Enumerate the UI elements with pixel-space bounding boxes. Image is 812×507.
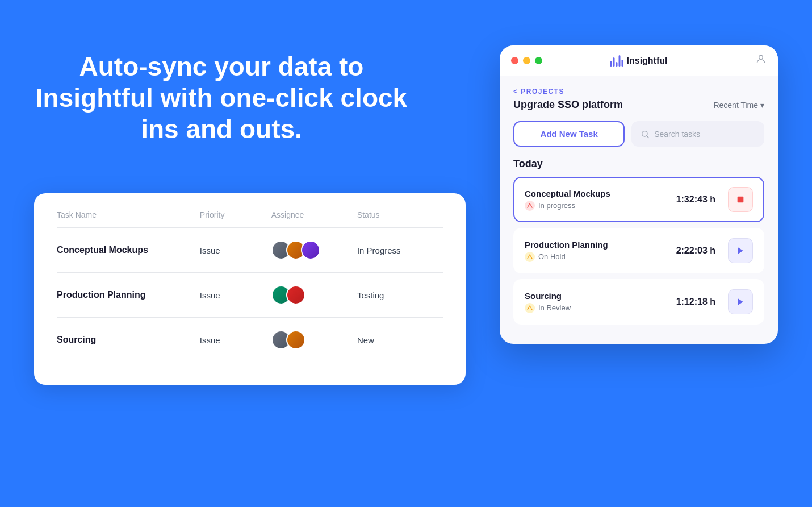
back-to-projects[interactable]: < PROJECTS: [513, 88, 764, 95]
search-placeholder: Search tasks: [654, 130, 700, 139]
chevron-down-icon: ▾: [760, 101, 764, 110]
stop-button[interactable]: [728, 187, 753, 212]
task-info: Sourcing In Review: [525, 291, 669, 313]
avatar: [286, 285, 305, 305]
assignee-avatars: [271, 240, 357, 260]
user-icon[interactable]: [755, 53, 767, 68]
action-bar: Add New Task Search tasks: [513, 121, 764, 147]
status-icon: [525, 303, 535, 313]
task-card-name: Conceptual Mockups: [525, 189, 669, 198]
task-info: Production Planning On Hold: [525, 240, 669, 262]
avatar: [286, 330, 305, 350]
today-label: Today: [513, 158, 764, 170]
table-row: Conceptual Mockups Issue In Progress: [57, 228, 443, 273]
task-name: Sourcing: [57, 335, 200, 345]
task-card-name: Production Planning: [525, 240, 669, 250]
window-titlebar: Insightful: [500, 45, 778, 76]
priority-badge: Issue: [200, 290, 271, 300]
play-button[interactable]: [728, 238, 753, 263]
svg-point-1: [642, 131, 647, 136]
close-button[interactable]: [511, 57, 518, 64]
app-title: Insightful: [627, 56, 668, 66]
search-icon: [641, 130, 650, 139]
time-filter[interactable]: Recent Time ▾: [713, 101, 764, 110]
status-label: In progress: [538, 201, 575, 210]
svg-marker-5: [738, 298, 743, 305]
task-name: Conceptual Mockups: [57, 245, 200, 255]
search-box[interactable]: Search tasks: [631, 121, 764, 147]
project-header: Upgrade SSO platform Recent Time ▾: [513, 99, 764, 111]
status-text: Testing: [357, 290, 443, 300]
task-card[interactable]: Sourcing In Review 1:12:18 h: [513, 279, 764, 325]
task-status-row: On Hold: [525, 252, 669, 262]
add-task-button[interactable]: Add New Task: [513, 121, 625, 147]
table-header: Task Name Priority Assignee Status: [57, 210, 443, 228]
logo-icon: [610, 55, 623, 67]
project-title: Upgrade SSO platform: [513, 99, 623, 111]
task-status-row: In Review: [525, 303, 669, 313]
task-time: 2:22:03 h: [676, 246, 715, 256]
status-text: New: [357, 335, 443, 345]
col-assignee: Assignee: [271, 210, 357, 219]
assignee-avatars: [271, 285, 357, 305]
priority-badge: Issue: [200, 335, 271, 345]
app-window: Insightful < PROJECTS Upgrade SSO platfo…: [500, 45, 778, 344]
app-logo: Insightful: [610, 55, 668, 67]
status-label: On Hold: [538, 252, 566, 261]
col-status: Status: [357, 210, 443, 219]
task-status-row: In progress: [525, 201, 669, 211]
status-icon: [525, 201, 535, 211]
table-row: Production Planning Issue Testing: [57, 273, 443, 318]
play-button[interactable]: [728, 289, 753, 314]
status-label: In Review: [538, 304, 571, 312]
priority-badge: Issue: [200, 246, 271, 255]
svg-line-2: [647, 136, 649, 138]
minimize-button[interactable]: [523, 57, 530, 64]
maximize-button[interactable]: [535, 57, 542, 64]
window-content: < PROJECTS Upgrade SSO platform Recent T…: [500, 76, 778, 344]
status-text: In Progress: [357, 246, 443, 255]
col-priority: Priority: [200, 210, 271, 219]
task-time: 1:32:43 h: [676, 194, 715, 205]
table-row: Sourcing Issue New: [57, 318, 443, 362]
svg-point-0: [759, 55, 763, 59]
assignee-avatars: [271, 330, 357, 350]
task-time: 1:12:18 h: [676, 297, 715, 307]
task-card[interactable]: Production Planning On Hold 2:22:03 h: [513, 228, 764, 273]
col-task-name: Task Name: [57, 210, 200, 219]
svg-marker-4: [738, 247, 743, 254]
task-name: Production Planning: [57, 290, 200, 300]
avatar: [301, 240, 320, 260]
svg-rect-3: [738, 197, 744, 203]
task-card[interactable]: Conceptual Mockups In progress 1:32:43 h: [513, 177, 764, 222]
task-table-card: Task Name Priority Assignee Status Conce…: [34, 193, 466, 385]
hero-heading: Auto-sync your data to Insightful with o…: [34, 51, 409, 146]
time-filter-label: Recent Time: [713, 101, 758, 110]
task-info: Conceptual Mockups In progress: [525, 189, 669, 211]
status-icon: [525, 252, 535, 262]
task-card-name: Sourcing: [525, 291, 669, 301]
